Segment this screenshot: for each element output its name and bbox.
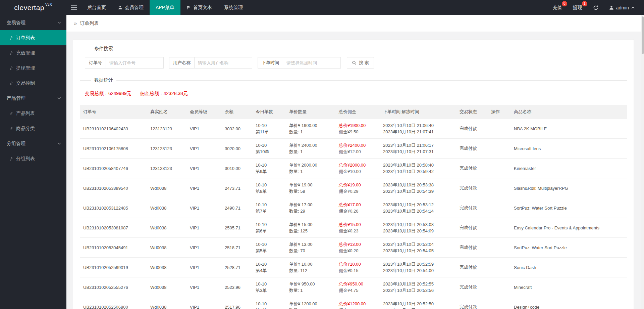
order-time: 2023年10月10日 20:53:38 xyxy=(383,182,453,188)
order-time-input[interactable] xyxy=(283,57,341,69)
unfreeze-time: 2023年10月10日 20:53:56 xyxy=(383,287,453,294)
brand-version: V3.0 xyxy=(45,3,52,6)
balance: 2505.71 xyxy=(225,225,240,230)
user-menu[interactable]: admin xyxy=(604,0,640,15)
sidebar-item-transaction-control[interactable]: 交易控制 xyxy=(0,76,66,91)
order-time: 2023年10月10日 21:06:17 xyxy=(383,142,453,148)
order-time: 2023年10月10日 20:58:40 xyxy=(383,162,453,168)
product-name: Kinemaster xyxy=(514,166,536,171)
unit-price: 单价¥ 13.00 xyxy=(289,241,332,248)
actions-cell xyxy=(488,119,511,139)
table-row: UB2310102053389540 Wd0038 VIP1 2473.71 1… xyxy=(80,178,627,198)
order-no-group: 订单号 xyxy=(85,57,164,69)
search-legend: 条件搜索 xyxy=(91,46,116,52)
order-no: UB2310102106175808 xyxy=(83,146,128,151)
real-name: Wd0038 xyxy=(150,225,166,230)
total-price: 总价¥15.00 xyxy=(339,221,376,228)
vip-level: VIP1 xyxy=(190,126,199,131)
main-content: 条件搜索 订单号 用户名称 下单时间 搜 索 xyxy=(66,32,641,309)
quantity: 数量: 112 xyxy=(289,267,332,274)
refresh-icon xyxy=(593,5,598,10)
nav-item-label: 系统管理 xyxy=(224,5,243,11)
actions-cell xyxy=(488,198,511,218)
unit-price: 单价¥ 19.00 xyxy=(289,182,332,188)
order-no: UB2310102052599019 xyxy=(83,265,128,270)
balance: 2473.71 xyxy=(225,186,240,191)
nav-item-home-text[interactable]: 首页文本 xyxy=(180,0,218,15)
scrollbar-thumb[interactable] xyxy=(642,16,644,54)
real-name: 123123123 xyxy=(150,126,172,131)
sidebar-item-group-list[interactable]: 分组列表 xyxy=(0,151,66,166)
total-price: 总价¥1900.00 xyxy=(339,122,376,129)
commission: 佣金¥10.00 xyxy=(339,168,376,175)
sidebar-item-withdraw-management[interactable]: 提现管理 xyxy=(0,60,66,76)
sidebar-item-order-list[interactable]: 订单列表 xyxy=(0,30,66,45)
link-icon xyxy=(9,112,13,116)
vip-level: VIP1 xyxy=(190,265,199,270)
actions-cell xyxy=(488,238,511,258)
order-no: UB2310102053045491 xyxy=(83,245,128,250)
stats-legend: 数据统计 xyxy=(91,77,116,83)
brand-logo[interactable]: clevertap V3.0 xyxy=(0,0,66,15)
refresh-button[interactable] xyxy=(588,0,604,15)
sidebar-item-label: 商品分类 xyxy=(16,126,35,132)
day-order-number: 第6单 xyxy=(256,228,282,234)
col-actions: 操作 xyxy=(488,105,511,119)
actions-cell xyxy=(488,277,511,297)
order-no: UB2310102053122485 xyxy=(83,206,128,211)
nav-item-dashboard[interactable]: 后台首页 xyxy=(81,0,112,15)
unfreeze-time: 2023年10月10日 20:53:51 xyxy=(383,307,453,309)
search-button[interactable]: 搜 索 xyxy=(347,57,374,69)
order-no: UB2310102053389540 xyxy=(83,186,128,191)
product-name: Minecraft xyxy=(514,285,532,290)
search-fieldset: 条件搜索 订单号 用户名称 下单时间 搜 索 xyxy=(80,46,627,73)
real-name: Wd0038 xyxy=(150,265,166,270)
sidebar-item-product-list[interactable]: 产品列表 xyxy=(0,106,66,121)
commission: 佣金¥12.00 xyxy=(339,148,376,155)
nav-item-member-management[interactable]: 会员管理 xyxy=(112,0,150,15)
col-real-name: 真实姓名 xyxy=(147,105,186,119)
brand-name: clevertap xyxy=(14,4,44,12)
order-date: 10-10 xyxy=(256,122,282,129)
sidebar-group-product[interactable]: 产品管理 xyxy=(0,91,66,106)
col-product-name: 商品名称 xyxy=(511,105,627,119)
table-row: UB2310102053081087 Wd0038 VIP1 2505.71 1… xyxy=(80,218,627,238)
nav-item-app-menu[interactable]: APP菜单 xyxy=(150,0,180,15)
recharge-button[interactable]: 充值 0 xyxy=(547,0,568,15)
unfreeze-time: 2023年10月10日 20:54:39 xyxy=(383,188,453,194)
quantity: 数量: 125 xyxy=(289,228,332,234)
day-order-number: 第4单 xyxy=(256,267,282,274)
day-order-number: 第3单 xyxy=(256,287,282,294)
withdraw-button[interactable]: 提现 1 xyxy=(568,0,588,15)
search-button-label: 搜 索 xyxy=(359,60,369,66)
username-input[interactable] xyxy=(195,57,252,69)
col-today-orders: 今日单数 xyxy=(252,105,286,119)
col-vip-level: 会员等级 xyxy=(186,105,221,119)
sidebar-toggle-button[interactable] xyxy=(66,0,81,15)
order-no: UB2310102106402433 xyxy=(83,126,128,131)
sidebar-group-grouping[interactable]: 分组管理 xyxy=(0,136,66,151)
top-nav-right: 充值 0 提现 1 admin xyxy=(547,0,644,15)
product-name: SortPuz: Water Sort Puzzle xyxy=(514,206,567,211)
total-price: 总价¥13.00 xyxy=(339,241,376,248)
sidebar-item-label: 产品列表 xyxy=(16,111,35,117)
real-name: Wd0038 xyxy=(150,285,166,290)
commission: 佣金¥4.75 xyxy=(339,287,376,294)
commission: 佣金¥9.50 xyxy=(339,129,376,135)
table-row: UB2310102053122485 Wd0038 VIP1 2490.71 1… xyxy=(80,198,627,218)
day-order-number: 第11单 xyxy=(256,129,282,135)
order-date: 10-10 xyxy=(256,162,282,168)
order-no-input[interactable] xyxy=(106,57,164,69)
unit-price: 单价¥ 2000.00 xyxy=(289,162,332,168)
quantity: 数量: 29 xyxy=(289,208,332,214)
col-status: 交易状态 xyxy=(456,105,488,119)
sidebar-item-recharge-management[interactable]: 充值管理 xyxy=(0,45,66,60)
nav-item-system-management[interactable]: 系统管理 xyxy=(218,0,249,15)
sidebar-group-transaction[interactable]: 交易管理 xyxy=(0,15,66,30)
status-text: 完成付款 xyxy=(460,245,477,250)
sidebar-item-product-category[interactable]: 商品分类 xyxy=(0,121,66,136)
total-price: 总价¥19.00 xyxy=(339,182,376,188)
total-price: 总价¥2400.00 xyxy=(339,142,376,148)
order-time: 2023年10月10日 20:52:50 xyxy=(383,301,453,307)
day-order-number: 第5单 xyxy=(256,248,282,254)
